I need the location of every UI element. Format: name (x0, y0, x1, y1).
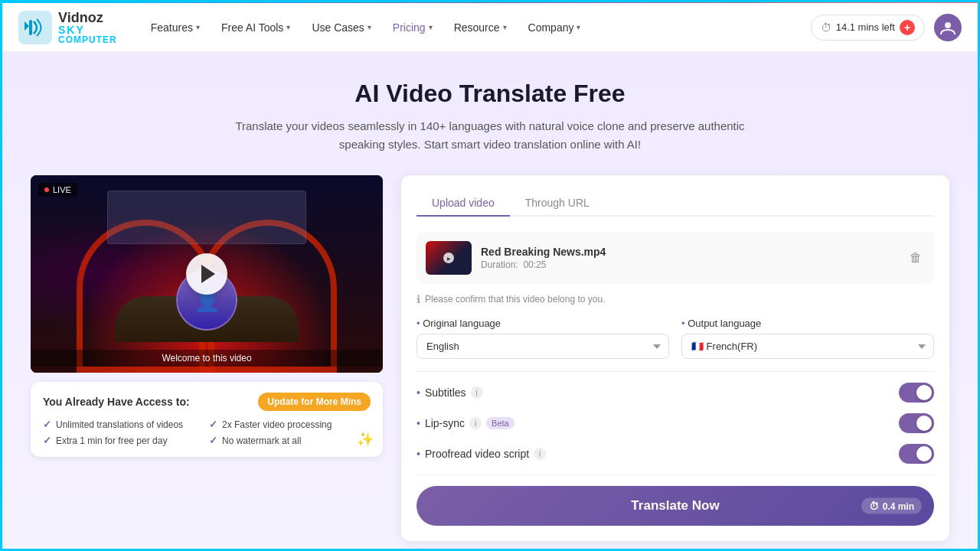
language-selectors: Original language English Spanish French… (416, 318, 934, 359)
chevron-down-icon: ▾ (577, 23, 580, 31)
original-language-select[interactable]: English Spanish French German Chinese (416, 334, 669, 359)
subtitles-label: Subtitles i (416, 386, 483, 399)
timer-plus-button[interactable]: + (900, 20, 915, 35)
live-badge: LIVE (38, 183, 77, 197)
feature-item: ✓ No watermark at all (209, 435, 371, 446)
panel-tabs: Upload video Through URL (416, 191, 934, 217)
feature-item: ✓ 2x Faster video processing (209, 419, 371, 430)
access-header: You Already Have Access to: Update for M… (43, 393, 371, 411)
feature-item: ✓ Unlimited translations of videos (43, 419, 204, 430)
original-language-label: Original language (416, 318, 669, 329)
update-button[interactable]: Update for More Mins (258, 393, 371, 411)
timer-label: 14.1 mins left (836, 21, 895, 33)
clock-icon: ⏱ (869, 500, 879, 512)
avatar[interactable] (934, 14, 962, 41)
brand-computer: COMPUTER (58, 35, 117, 44)
file-info: Red Breaking News.mp4 Duration: 00:25 (481, 246, 897, 270)
subtitles-toggle-row: Subtitles i (416, 383, 934, 403)
info-icon: ℹ (416, 293, 420, 305)
logo-text: Vidnoz SKY COMPUTER (58, 11, 117, 44)
nav-features[interactable]: Features ▾ (142, 15, 209, 40)
video-container: 👤 LIVE Welcome to this video You Already… (31, 175, 383, 457)
chevron-down-icon: ▾ (286, 23, 290, 31)
file-row: ▶ Red Breaking News.mp4 Duration: 00:25 … (416, 232, 934, 284)
thumbnail-play-icon: ▶ (443, 253, 454, 263)
hero-title: AI Video Translate Free (31, 80, 949, 108)
tab-upload-video[interactable]: Upload video (416, 191, 510, 217)
subtitles-toggle[interactable] (899, 383, 934, 403)
output-language-select[interactable]: 🇫🇷 French(FR) 🇪🇸 Spanish(ES) 🇩🇪 German(D… (681, 334, 934, 359)
confirm-notice: ℹ Please confirm that this video belong … (416, 293, 934, 305)
chevron-down-icon: ▾ (429, 23, 433, 31)
header: Vidnoz SKY COMPUTER Features ▾ Free AI T… (0, 3, 980, 52)
chevron-down-icon: ▾ (503, 23, 507, 31)
access-title: You Already Have Access to: (43, 396, 190, 408)
nav-resource[interactable]: Resource ▾ (445, 15, 516, 40)
file-name: Red Breaking News.mp4 (481, 246, 897, 258)
logo[interactable]: Vidnoz SKY COMPUTER (18, 11, 117, 44)
main-content: AI Video Translate Free Translate your v… (0, 52, 980, 551)
original-language-group: Original language English Spanish French… (416, 318, 669, 359)
content-row: 👤 LIVE Welcome to this video You Already… (31, 175, 949, 541)
proofread-info-icon[interactable]: i (534, 448, 546, 460)
lip-sync-label: Lip-sync i Beta (416, 417, 514, 429)
lip-sync-info-icon[interactable]: i (469, 417, 482, 429)
check-icon: ✓ (43, 419, 51, 430)
video-player[interactable]: 👤 LIVE Welcome to this video (31, 175, 383, 373)
main-nav: Features ▾ Free AI Tools ▾ Use Cases ▾ P… (142, 15, 811, 40)
access-features: ✓ Unlimited translations of videos ✓ 2x … (43, 419, 371, 446)
nav-use-cases[interactable]: Use Cases ▾ (302, 15, 380, 40)
check-icon: ✓ (209, 435, 217, 446)
output-language-group: Output language 🇫🇷 French(FR) 🇪🇸 Spanish… (681, 318, 934, 359)
chevron-down-icon: ▾ (196, 23, 200, 31)
file-thumbnail: ▶ (426, 241, 472, 275)
svg-rect-1 (29, 20, 32, 35)
proofread-toggle-row: Proofread video script i (416, 444, 934, 464)
logo-icon (18, 11, 52, 44)
beta-badge: Beta (486, 417, 514, 429)
feature-item: ✓ Extra 1 min for free per day (43, 435, 204, 446)
brand-name: Vidnoz (58, 11, 117, 24)
hero-subtitle: Translate your videos seamlessly in 140+… (230, 117, 750, 154)
live-dot (44, 187, 49, 192)
access-card: You Already Have Access to: Update for M… (31, 382, 383, 457)
translate-now-button[interactable]: Translate Now ⏱ 0.4 min (416, 486, 934, 526)
lip-sync-toggle[interactable] (899, 413, 934, 433)
delete-file-button[interactable]: 🗑 (906, 248, 925, 268)
timer-badge[interactable]: ⏱ 14.1 mins left + (811, 15, 925, 41)
clock-icon: ⏱ (821, 21, 831, 34)
file-duration: Duration: 00:25 (481, 259, 897, 270)
play-button[interactable] (186, 253, 227, 295)
time-estimate-badge: ⏱ 0.4 min (861, 498, 922, 514)
sparkle-icon: ✨ (357, 431, 374, 448)
check-icon: ✓ (209, 419, 217, 430)
subtitles-info-icon[interactable]: i (471, 386, 483, 399)
nav-free-ai-tools[interactable]: Free AI Tools ▾ (212, 15, 299, 40)
chevron-down-icon: ▾ (368, 23, 371, 31)
brand-sky: SKY (58, 24, 117, 35)
nav-pricing[interactable]: Pricing ▾ (384, 15, 442, 40)
right-panel: Upload video Through URL ▶ Red Breaking … (401, 175, 949, 541)
svg-point-2 (945, 22, 951, 28)
nav-company[interactable]: Company ▾ (519, 15, 590, 40)
tab-through-url[interactable]: Through URL (510, 191, 605, 217)
header-right: ⏱ 14.1 mins left + (811, 14, 962, 41)
proofread-label: Proofread video script i (416, 448, 546, 460)
proofread-toggle[interactable] (899, 444, 934, 464)
check-icon: ✓ (43, 435, 51, 446)
video-caption: Welcome to this video (31, 350, 383, 367)
svg-rect-0 (18, 11, 52, 44)
lip-sync-toggle-row: Lip-sync i Beta (416, 413, 934, 433)
output-language-label: Output language (681, 318, 934, 329)
